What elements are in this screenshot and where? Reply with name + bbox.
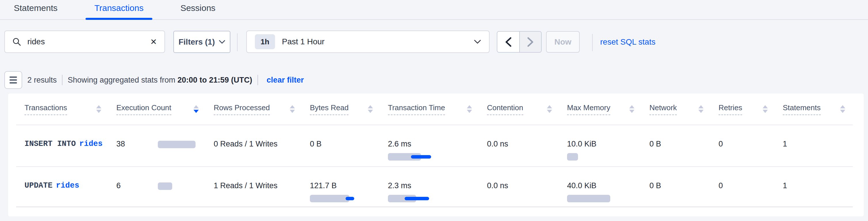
transaction-time-bar [388, 195, 416, 202]
cell-rows-processed: 0 Reads / 1 Writes [214, 125, 310, 166]
bytes-read-bar [310, 195, 349, 202]
results-divider [62, 75, 62, 85]
sort-toggle[interactable] [699, 105, 704, 113]
column-header-retries: Retries [718, 103, 783, 115]
controls-divider [237, 33, 238, 51]
table-link-rides[interactable]: rides [79, 139, 102, 148]
chevron-right-icon [527, 37, 534, 47]
sort-toggle[interactable] [840, 105, 845, 113]
now-button[interactable]: Now [546, 31, 580, 53]
time-range-selector[interactable]: 1h Past 1 Hour [246, 31, 490, 53]
results-bar: 2 results Showing aggregated stats from … [4, 71, 304, 89]
cell-network: 0 B [649, 167, 718, 207]
next-time-button[interactable] [519, 32, 541, 52]
table-row: INSERT INTOrides 38 0 Reads / 1 Writes 0… [16, 125, 853, 166]
cell-rows-processed: 1 Reads / 1 Writes [214, 167, 310, 207]
tab-statements[interactable]: Statements [5, 0, 66, 19]
aggregated-stats-text: Showing aggregated stats from 20:00 to 2… [68, 76, 252, 85]
column-header-statements: Statements [783, 103, 853, 115]
table-row: UPDATErides 6 1 Reads / 1 Writes 121.7 B… [16, 166, 853, 207]
sql-activity-page: Statements Transactions Sessions rides ✕… [0, 0, 868, 221]
cell-execution-count: 38 [116, 125, 214, 166]
table-link-rides[interactable]: rides [56, 181, 79, 190]
column-header-network: Network [649, 103, 718, 115]
transaction-time-stddev-bar [411, 155, 431, 159]
cell-contention: 0.0 ns [487, 125, 567, 166]
aggregated-range: 20:00 to 21:59 (UTC) [177, 76, 252, 84]
cell-contention: 0.0 ns [487, 167, 567, 207]
cell-max-memory: 10.0 KiB [567, 125, 649, 166]
previous-time-button[interactable] [497, 32, 519, 52]
sort-toggle[interactable] [290, 105, 295, 113]
cell-retries: 0 [718, 167, 783, 207]
search-icon [12, 37, 21, 46]
time-step-buttons [497, 31, 542, 53]
cell-transaction-time: 2.3 ms [388, 167, 487, 207]
cell-retries: 0 [718, 125, 783, 166]
results-divider [257, 75, 258, 85]
cell-statements: 1 [783, 125, 853, 166]
column-header-contention: Contention [487, 103, 567, 115]
controls-divider [592, 34, 593, 51]
chevron-left-icon [505, 37, 512, 47]
search-value: rides [27, 37, 45, 46]
sort-toggle[interactable] [629, 105, 634, 113]
transaction-time-bar [388, 153, 421, 161]
max-memory-bar [567, 195, 610, 202]
tab-sessions[interactable]: Sessions [172, 0, 224, 19]
column-selector-button[interactable] [4, 71, 22, 89]
column-header-max-memory: Max Memory [567, 103, 649, 115]
cell-bytes-read: 121.7 B [310, 167, 388, 207]
clear-filter-link[interactable]: clear filter [267, 76, 304, 85]
menu-lines-icon [9, 76, 17, 78]
cell-max-memory: 40.0 KiB [567, 167, 649, 207]
cell-statements: 1 [783, 167, 853, 207]
max-memory-bar [567, 153, 578, 161]
sort-toggle[interactable] [547, 105, 552, 113]
clear-search-icon[interactable]: ✕ [150, 37, 157, 46]
transactions-table-card: Transactions Execution Count Rows Proces… [8, 94, 864, 216]
sort-toggle[interactable] [193, 105, 199, 113]
column-header-execution-count: Execution Count [116, 103, 214, 115]
sort-toggle[interactable] [467, 105, 472, 113]
transaction-fingerprint: INSERT INTOrides [25, 125, 116, 166]
cell-execution-count: 6 [116, 167, 214, 207]
time-range-badge: 1h [255, 34, 275, 49]
execution-count-bar [158, 141, 195, 148]
sort-toggle[interactable] [96, 105, 101, 113]
column-header-bytes-read: Bytes Read [310, 103, 388, 115]
tab-transactions[interactable]: Transactions [86, 0, 153, 19]
time-range-label: Past 1 Hour [282, 37, 324, 46]
bytes-read-stddev-bar [346, 197, 354, 200]
cell-bytes-read: 0 B [310, 125, 388, 166]
column-header-rows-processed: Rows Processed [214, 103, 310, 115]
table-header-row: Transactions Execution Count Rows Proces… [16, 94, 853, 125]
search-input[interactable]: rides ✕ [4, 31, 165, 53]
column-header-transaction-time: Transaction Time [388, 103, 487, 115]
chevron-down-icon [219, 40, 225, 44]
column-header-transactions: Transactions [25, 103, 116, 115]
transactions-table: Transactions Execution Count Rows Proces… [16, 94, 853, 207]
filters-label: Filters (1) [179, 37, 215, 46]
tab-bar: Statements Transactions Sessions [0, 0, 868, 20]
sort-toggle[interactable] [763, 105, 768, 113]
results-count: 2 results [27, 76, 57, 85]
transaction-fingerprint: UPDATErides [25, 167, 116, 207]
reset-sql-stats-link[interactable]: reset SQL stats [600, 31, 655, 53]
sort-toggle[interactable] [368, 105, 373, 113]
cell-transaction-time: 2.6 ms [388, 125, 487, 166]
filters-button[interactable]: Filters (1) [174, 31, 230, 53]
execution-count-bar [158, 183, 172, 190]
cell-network: 0 B [649, 125, 718, 166]
chevron-down-icon [474, 40, 481, 44]
transaction-time-stddev-bar [405, 197, 429, 200]
